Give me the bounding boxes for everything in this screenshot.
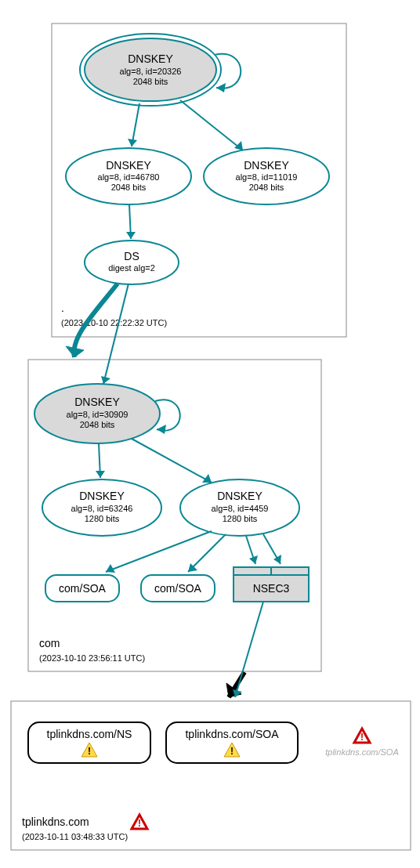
node-root-key-46780[interactable]: DNSKEY alg=8, id=46780 2048 bits	[66, 148, 191, 204]
svg-text:NSEC3: NSEC3	[253, 582, 290, 595]
node-com-ksk[interactable]: DNSKEY alg=8, id=30909 2048 bits	[34, 384, 160, 443]
svg-text:com/SOA: com/SOA	[59, 582, 107, 595]
svg-text:2048 bits: 2048 bits	[133, 77, 168, 86]
svg-marker-19	[126, 232, 136, 239]
svg-text:DNSKEY: DNSKEY	[128, 52, 173, 65]
zone-tplinkdns-label: tplinkdns.com	[22, 816, 89, 828]
svg-text:tplinkdns.com/SOA: tplinkdns.com/SOA	[185, 728, 279, 740]
svg-text:digest alg=2: digest alg=2	[108, 263, 155, 273]
svg-text:DNSKEY: DNSKEY	[244, 159, 289, 172]
edge-4459-soa2	[188, 534, 226, 572]
zone-tplinkdns-timestamp: (2023-10-11 03:48:33 UTC)	[22, 832, 128, 841]
svg-marker-18	[234, 141, 243, 150]
svg-text:alg=8, id=30909: alg=8, id=30909	[67, 410, 129, 419]
node-root-key-11019[interactable]: DNSKEY alg=8, id=11019 2048 bits	[204, 148, 329, 204]
svg-text:2048 bits: 2048 bits	[249, 183, 284, 192]
edge-root-ksk-11019	[180, 100, 243, 150]
zone-com-label: com	[39, 637, 60, 649]
error-icon: !	[132, 815, 147, 829]
svg-text:alg=8, id=63246: alg=8, id=63246	[71, 504, 133, 513]
svg-point-14	[85, 241, 179, 284]
svg-text:tplinkdns.com/SOA: tplinkdns.com/SOA	[325, 747, 399, 757]
svg-text:alg=8, id=4459: alg=8, id=4459	[212, 504, 269, 513]
node-root-ds[interactable]: DS digest alg=2	[85, 241, 179, 284]
svg-text:alg=8, id=46780: alg=8, id=46780	[98, 172, 160, 182]
svg-marker-26	[157, 425, 166, 434]
svg-marker-20	[66, 346, 84, 357]
node-tplinkdns-soa[interactable]: tplinkdns.com/SOA !	[166, 722, 298, 763]
node-com-key-63246[interactable]: DNSKEY alg=8, id=63246 1280 bits	[42, 479, 161, 536]
svg-text:alg=8, id=11019: alg=8, id=11019	[236, 172, 298, 182]
svg-text:!: !	[360, 732, 364, 743]
edge-4459-soa1	[106, 531, 212, 572]
node-root-ksk[interactable]: DNSKEY alg=8, id=20326 2048 bits	[80, 34, 221, 106]
svg-marker-35	[96, 471, 105, 478]
zone-root-timestamp: (2023-10-10 22:22:32 UTC)	[61, 318, 167, 327]
svg-text:DNSKEY: DNSKEY	[217, 490, 262, 502]
svg-text:2048 bits: 2048 bits	[111, 183, 147, 192]
node-com-soa-2[interactable]: com/SOA	[141, 575, 215, 602]
svg-text:1280 bits: 1280 bits	[85, 514, 120, 523]
svg-marker-17	[128, 139, 137, 146]
edge-com-ksk-4459	[132, 439, 212, 483]
node-com-nsec3[interactable]: NSEC3	[234, 567, 309, 602]
svg-text:!: !	[138, 818, 141, 829]
svg-text:DS: DS	[124, 250, 139, 262]
node-tplinkdns-ns[interactable]: tplinkdns.com/NS !	[28, 722, 150, 763]
node-tplinkdns-soa-error[interactable]: ! tplinkdns.com/SOA	[325, 729, 399, 757]
node-com-key-4459[interactable]: DNSKEY alg=8, id=4459 1280 bits	[180, 479, 299, 536]
node-com-soa-1[interactable]: com/SOA	[45, 575, 119, 602]
svg-marker-21	[101, 376, 110, 384]
svg-text:DNSKEY: DNSKEY	[106, 159, 151, 172]
svg-marker-5	[216, 83, 226, 92]
error-icon: !	[354, 729, 370, 743]
svg-text:DNSKEY: DNSKEY	[79, 490, 125, 502]
svg-marker-48	[273, 555, 281, 564]
svg-text:alg=8, id=20326: alg=8, id=20326	[120, 67, 182, 76]
edge-nsec3-to-tplinkdns	[235, 602, 263, 697]
zone-root-label: .	[61, 302, 64, 314]
svg-text:tplinkdns.com/NS: tplinkdns.com/NS	[47, 728, 132, 740]
svg-text:com/SOA: com/SOA	[154, 582, 202, 595]
svg-text:1280 bits: 1280 bits	[223, 514, 258, 523]
svg-text:DNSKEY: DNSKEY	[74, 396, 120, 408]
svg-text:!: !	[88, 746, 91, 757]
zone-com-timestamp: (2023-10-10 23:56:11 UTC)	[39, 653, 145, 663]
svg-text:2048 bits: 2048 bits	[80, 420, 115, 429]
svg-text:!: !	[230, 746, 234, 757]
